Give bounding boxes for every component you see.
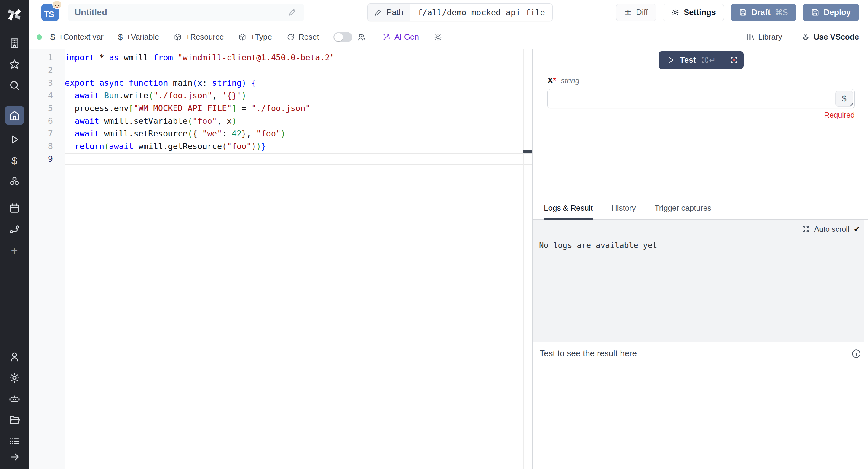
settings-button[interactable]: Settings: [663, 4, 724, 21]
typescript-bun-badge: TS: [41, 4, 59, 21]
line-number: 9: [29, 153, 65, 165]
settings-gear-icon[interactable]: [8, 371, 21, 384]
user-account-icon[interactable]: [8, 350, 21, 363]
workers-robot-icon[interactable]: [8, 392, 21, 406]
save-icon: [811, 8, 819, 17]
folders-icon[interactable]: [8, 413, 21, 427]
code-line[interactable]: 3export async function main(x: string) {: [29, 77, 532, 89]
line-number: 1: [29, 51, 65, 64]
edit-title-pencil-icon[interactable]: [288, 7, 297, 18]
editor-settings-gear-icon[interactable]: [433, 33, 442, 42]
test-button-group: Test ⌘↵: [658, 51, 743, 69]
left-rail: $ +: [0, 0, 29, 469]
overview-ruler[interactable]: [523, 50, 532, 469]
sidebar-item-resources-cubes-icon[interactable]: [8, 175, 21, 188]
top-header: TS Untitled Path f/all/d: [29, 0, 868, 25]
multiplayer-toggle[interactable]: [334, 32, 352, 42]
tab-trigger-captures[interactable]: Trigger captures: [655, 197, 711, 219]
script-title-field[interactable]: Untitled: [68, 4, 304, 21]
sidebar-item-schedules-calendar-icon[interactable]: [8, 201, 21, 215]
code-line[interactable]: 8 return(await wmill.getResource("foo"))…: [29, 140, 532, 153]
vscode-icon: [801, 33, 810, 42]
add-plus-icon[interactable]: +: [8, 244, 21, 257]
dollar-icon: $: [51, 32, 55, 42]
deploy-button[interactable]: Deploy: [803, 4, 859, 21]
library-books-icon: [746, 33, 754, 41]
capture-run-button[interactable]: [724, 51, 744, 69]
main-column: TS Untitled Path f/all/d: [29, 0, 868, 469]
code-line-content[interactable]: [65, 153, 532, 165]
diff-button[interactable]: ± Diff: [616, 4, 656, 21]
sidebar-item-flows-route-icon[interactable]: [8, 223, 21, 236]
info-icon[interactable]: [851, 349, 861, 360]
multiplayer-users-icon: [357, 33, 366, 42]
path-label-segment[interactable]: Path: [368, 4, 410, 21]
code-line[interactable]: 7 await wmill.setResource({ "we": 42}, "…: [29, 127, 532, 140]
test-shortcut: ⌘↵: [701, 56, 716, 65]
path-editor[interactable]: Path f/all/demo_mocked_api_file: [367, 3, 552, 22]
code-line-content[interactable]: import * as wmill from "windmill-client@…: [65, 51, 532, 64]
ai-gen-button[interactable]: AI Gen: [382, 32, 419, 42]
code-line-content[interactable]: process.env["WM_MOCKED_API_FILE"] = "./f…: [65, 102, 532, 115]
add-resource-button[interactable]: +Resource: [174, 32, 224, 42]
code-rows: 1import * as wmill from "windmill-client…: [29, 51, 532, 165]
path-value: f/all/demo_mocked_api_file: [410, 4, 552, 21]
save-icon: [739, 8, 747, 17]
code-line-content[interactable]: await wmill.setResource({ "we": 42}, "fo…: [65, 127, 532, 140]
favorites-star-icon[interactable]: [8, 58, 21, 71]
settings-gear-icon: [671, 8, 679, 17]
diff-icon: ±: [624, 8, 632, 17]
path-label: Path: [386, 8, 403, 17]
code-line[interactable]: 4 await Bun.write("./foo.json", '{}'): [29, 89, 532, 102]
code-line-content[interactable]: await Bun.write("./foo.json", '{}'): [65, 89, 532, 102]
arg-input-wrap: $: [548, 89, 855, 108]
package-box-icon: [238, 33, 247, 41]
code-line[interactable]: 2: [29, 64, 532, 77]
content-split: 1import * as wmill from "windmill-client…: [29, 50, 868, 469]
arg-x-input[interactable]: [548, 89, 855, 108]
code-line-content[interactable]: return(await wmill.getResource("foo"))}: [65, 140, 532, 153]
code-line[interactable]: 9: [29, 153, 532, 165]
indent-guide: [66, 89, 66, 153]
edit-path-pencil-icon: [374, 8, 382, 16]
auto-scroll-control[interactable]: Auto scroll ✔: [802, 224, 860, 233]
rail-divider: [0, 99, 29, 99]
code-line[interactable]: 6 await wmill.setVariable("foo", x): [29, 115, 532, 127]
package-box-icon: [174, 33, 182, 41]
add-context-var-button[interactable]: $ +Context var: [51, 32, 103, 42]
tab-history[interactable]: History: [612, 197, 636, 219]
sidebar-item-runs-play-icon[interactable]: [8, 133, 21, 146]
code-editor-pane[interactable]: 1import * as wmill from "windmill-client…: [29, 50, 533, 469]
tab-logs-result[interactable]: Logs & Result: [544, 197, 593, 219]
code-line[interactable]: 5 process.env["WM_MOCKED_API_FILE"] = ".…: [29, 102, 532, 115]
test-button[interactable]: Test ⌘↵: [658, 51, 723, 69]
line-number: 3: [29, 77, 65, 89]
sidebar-item-variables-dollar-icon[interactable]: $: [8, 154, 21, 167]
resize-grip-icon[interactable]: [848, 101, 854, 108]
collapse-arrow-right-icon[interactable]: [8, 450, 21, 464]
code-line-content[interactable]: export async function main(x: string) {: [65, 77, 532, 89]
search-icon[interactable]: [8, 79, 21, 92]
reset-button[interactable]: Reset: [286, 32, 319, 42]
library-button[interactable]: Library: [746, 32, 782, 42]
sidebar-item-home[interactable]: [5, 106, 24, 125]
code-area[interactable]: 1import * as wmill from "windmill-client…: [29, 50, 532, 469]
code-line-content[interactable]: [65, 64, 532, 77]
line-number: 6: [29, 115, 65, 127]
draft-button[interactable]: Draft ⌘S: [731, 4, 796, 21]
dollar-icon: $: [118, 32, 123, 42]
add-variable-button[interactable]: $ +Variable: [118, 32, 159, 42]
args-section: Test ⌘↵: [533, 50, 868, 197]
run-panel: Test ⌘↵: [533, 50, 868, 469]
add-type-button[interactable]: +Type: [238, 32, 272, 42]
arg-type: string: [561, 76, 580, 85]
use-vscode-button[interactable]: Use VScode: [801, 32, 859, 42]
windmill-logo-icon[interactable]: [0, 0, 29, 29]
audit-logs-list-icon[interactable]: [8, 435, 21, 448]
code-line-content[interactable]: await wmill.setVariable("foo", x): [65, 115, 532, 127]
workspace-building-icon[interactable]: [8, 36, 21, 50]
line-number: 5: [29, 102, 65, 115]
line-number: 7: [29, 127, 65, 140]
code-line[interactable]: 1import * as wmill from "windmill-client…: [29, 51, 532, 64]
required-message: Required: [548, 111, 855, 120]
